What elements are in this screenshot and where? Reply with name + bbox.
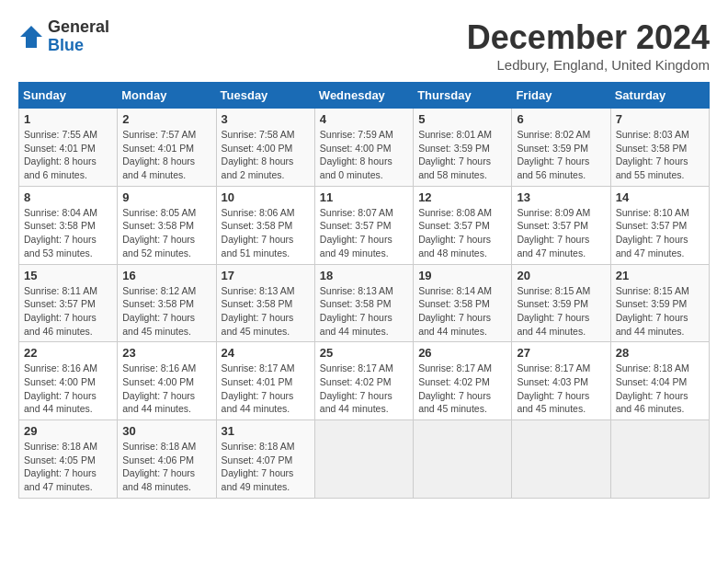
day-info: Sunrise: 8:18 AMSunset: 4:07 PMDaylight:… — [222, 441, 295, 492]
day-number: 15 — [24, 269, 112, 282]
day-number: 3 — [222, 112, 310, 126]
day-info: Sunrise: 8:06 AMSunset: 3:58 PMDaylight:… — [222, 207, 295, 259]
day-number: 21 — [616, 269, 704, 282]
calendar-cell: 25 Sunrise: 8:17 AMSunset: 4:02 PMDaylig… — [314, 342, 413, 420]
day-number: 11 — [320, 190, 408, 204]
day-number: 19 — [418, 269, 506, 282]
day-info: Sunrise: 8:08 AMSunset: 3:57 PMDaylight:… — [418, 207, 492, 259]
page-header: General Blue December 2024 Ledbury, Engl… — [18, 18, 710, 73]
calendar-cell: 31 Sunrise: 8:18 AMSunset: 4:07 PMDaylig… — [216, 420, 314, 499]
day-info: Sunrise: 8:10 AMSunset: 3:57 PMDaylight:… — [616, 207, 689, 259]
calendar-cell: 11 Sunrise: 8:07 AMSunset: 3:57 PMDaylig… — [314, 186, 413, 264]
calendar-cell: 22 Sunrise: 8:16 AMSunset: 4:00 PMDaylig… — [19, 342, 118, 420]
calendar-cell — [512, 420, 610, 499]
calendar-week-row: 15 Sunrise: 8:11 AMSunset: 3:57 PMDaylig… — [19, 264, 710, 342]
weekday-header: Sunday — [19, 83, 118, 109]
calendar-cell: 27 Sunrise: 8:17 AMSunset: 4:03 PMDaylig… — [512, 342, 610, 420]
calendar-week-row: 8 Sunrise: 8:04 AMSunset: 3:58 PMDayligh… — [19, 186, 710, 264]
day-info: Sunrise: 7:59 AMSunset: 4:00 PMDaylight:… — [320, 129, 393, 180]
day-number: 16 — [122, 269, 210, 282]
calendar-cell: 23 Sunrise: 8:16 AMSunset: 4:00 PMDaylig… — [118, 342, 216, 420]
calendar-cell: 14 Sunrise: 8:10 AMSunset: 3:57 PMDaylig… — [610, 186, 709, 264]
day-info: Sunrise: 8:18 AMSunset: 4:06 PMDaylight:… — [122, 441, 196, 492]
day-info: Sunrise: 7:55 AMSunset: 4:01 PMDaylight:… — [24, 129, 97, 180]
day-info: Sunrise: 8:18 AMSunset: 4:05 PMDaylight:… — [24, 441, 97, 492]
calendar-cell: 5 Sunrise: 8:01 AMSunset: 3:59 PMDayligh… — [414, 109, 512, 187]
day-number: 2 — [122, 112, 210, 126]
calendar-cell: 9 Sunrise: 8:05 AMSunset: 3:58 PMDayligh… — [118, 186, 216, 264]
calendar-cell: 29 Sunrise: 8:18 AMSunset: 4:05 PMDaylig… — [19, 420, 118, 499]
calendar-cell: 21 Sunrise: 8:15 AMSunset: 3:59 PMDaylig… — [610, 264, 709, 342]
logo-text: General Blue — [48, 18, 109, 55]
title-block: December 2024 Ledbury, England, United K… — [467, 18, 710, 73]
weekday-header: Friday — [512, 83, 610, 109]
day-number: 27 — [517, 346, 605, 360]
calendar-cell: 17 Sunrise: 8:13 AMSunset: 3:58 PMDaylig… — [216, 264, 314, 342]
calendar-cell: 3 Sunrise: 7:58 AMSunset: 4:00 PMDayligh… — [216, 109, 314, 187]
day-number: 8 — [24, 190, 112, 204]
weekday-header: Wednesday — [314, 83, 413, 109]
day-info: Sunrise: 8:17 AMSunset: 4:02 PMDaylight:… — [418, 362, 492, 414]
logo: General Blue — [18, 18, 109, 55]
calendar-table: SundayMondayTuesdayWednesdayThursdayFrid… — [18, 82, 710, 499]
day-number: 23 — [122, 346, 210, 360]
day-number: 24 — [222, 346, 310, 360]
day-number: 6 — [517, 112, 605, 126]
logo-icon — [18, 24, 44, 50]
day-number: 22 — [24, 346, 112, 360]
day-number: 17 — [222, 269, 310, 282]
calendar-cell: 19 Sunrise: 8:14 AMSunset: 3:58 PMDaylig… — [414, 264, 512, 342]
calendar-cell — [314, 420, 413, 499]
weekday-header: Thursday — [414, 83, 512, 109]
location: Ledbury, England, United Kingdom — [467, 57, 710, 73]
weekday-header: Saturday — [610, 83, 709, 109]
day-info: Sunrise: 8:04 AMSunset: 3:58 PMDaylight:… — [24, 207, 97, 259]
day-info: Sunrise: 8:17 AMSunset: 4:02 PMDaylight:… — [320, 362, 393, 414]
calendar-cell — [610, 420, 709, 499]
calendar-cell: 6 Sunrise: 8:02 AMSunset: 3:59 PMDayligh… — [512, 109, 610, 187]
day-info: Sunrise: 8:15 AMSunset: 3:59 PMDaylight:… — [616, 285, 689, 337]
weekday-header: Monday — [118, 83, 216, 109]
calendar-cell: 28 Sunrise: 8:18 AMSunset: 4:04 PMDaylig… — [610, 342, 709, 420]
day-number: 26 — [418, 346, 506, 360]
day-number: 14 — [616, 190, 704, 204]
logo-blue: Blue — [48, 36, 84, 54]
day-info: Sunrise: 8:07 AMSunset: 3:57 PMDaylight:… — [320, 207, 393, 259]
day-info: Sunrise: 8:17 AMSunset: 4:03 PMDaylight:… — [517, 362, 590, 414]
svg-marker-0 — [20, 26, 42, 48]
day-info: Sunrise: 8:11 AMSunset: 3:57 PMDaylight:… — [24, 285, 97, 337]
day-number: 29 — [24, 424, 112, 438]
calendar-header-row: SundayMondayTuesdayWednesdayThursdayFrid… — [19, 83, 710, 109]
day-number: 4 — [320, 112, 408, 126]
day-info: Sunrise: 8:09 AMSunset: 3:57 PMDaylight:… — [517, 207, 590, 259]
day-number: 12 — [418, 190, 506, 204]
weekday-header: Tuesday — [216, 83, 314, 109]
day-number: 13 — [517, 190, 605, 204]
calendar-cell: 12 Sunrise: 8:08 AMSunset: 3:57 PMDaylig… — [414, 186, 512, 264]
calendar-cell: 15 Sunrise: 8:11 AMSunset: 3:57 PMDaylig… — [19, 264, 118, 342]
day-number: 28 — [616, 346, 704, 360]
calendar-cell: 4 Sunrise: 7:59 AMSunset: 4:00 PMDayligh… — [314, 109, 413, 187]
day-number: 5 — [418, 112, 506, 126]
day-number: 1 — [24, 112, 112, 126]
day-number: 7 — [616, 112, 704, 126]
day-info: Sunrise: 8:12 AMSunset: 3:58 PMDaylight:… — [122, 285, 196, 337]
calendar-cell: 7 Sunrise: 8:03 AMSunset: 3:58 PMDayligh… — [610, 109, 709, 187]
calendar-cell — [414, 420, 512, 499]
month-title: December 2024 — [467, 18, 710, 57]
day-number: 18 — [320, 269, 408, 282]
calendar-cell: 13 Sunrise: 8:09 AMSunset: 3:57 PMDaylig… — [512, 186, 610, 264]
day-number: 9 — [122, 190, 210, 204]
day-info: Sunrise: 7:57 AMSunset: 4:01 PMDaylight:… — [122, 129, 196, 180]
day-info: Sunrise: 7:58 AMSunset: 4:00 PMDaylight:… — [222, 129, 295, 180]
day-info: Sunrise: 8:02 AMSunset: 3:59 PMDaylight:… — [517, 129, 590, 180]
calendar-cell: 30 Sunrise: 8:18 AMSunset: 4:06 PMDaylig… — [118, 420, 216, 499]
day-number: 25 — [320, 346, 408, 360]
day-info: Sunrise: 8:16 AMSunset: 4:00 PMDaylight:… — [24, 362, 97, 414]
calendar-week-row: 29 Sunrise: 8:18 AMSunset: 4:05 PMDaylig… — [19, 420, 710, 499]
calendar-cell: 2 Sunrise: 7:57 AMSunset: 4:01 PMDayligh… — [118, 109, 216, 187]
calendar-cell: 26 Sunrise: 8:17 AMSunset: 4:02 PMDaylig… — [414, 342, 512, 420]
day-number: 10 — [222, 190, 310, 204]
day-number: 31 — [222, 424, 310, 438]
day-info: Sunrise: 8:14 AMSunset: 3:58 PMDaylight:… — [418, 285, 492, 337]
